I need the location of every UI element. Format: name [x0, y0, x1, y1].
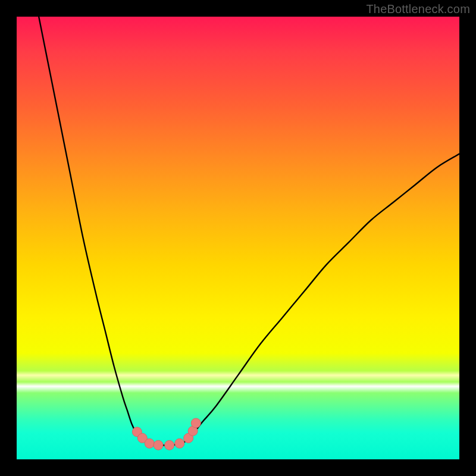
- curve-marker: [165, 440, 174, 450]
- curve-marker: [191, 418, 201, 428]
- watermark-text: TheBottleneck.com: [366, 2, 470, 16]
- bottleneck-curve: [39, 17, 459, 445]
- curve-marker: [145, 439, 154, 448]
- curve-marker: [175, 439, 184, 448]
- plot-area: [17, 17, 459, 459]
- curve-markers: [132, 418, 201, 450]
- chart-frame: TheBottleneck.com: [0, 0, 476, 476]
- curve-marker: [154, 440, 163, 450]
- curve-layer: [17, 17, 459, 459]
